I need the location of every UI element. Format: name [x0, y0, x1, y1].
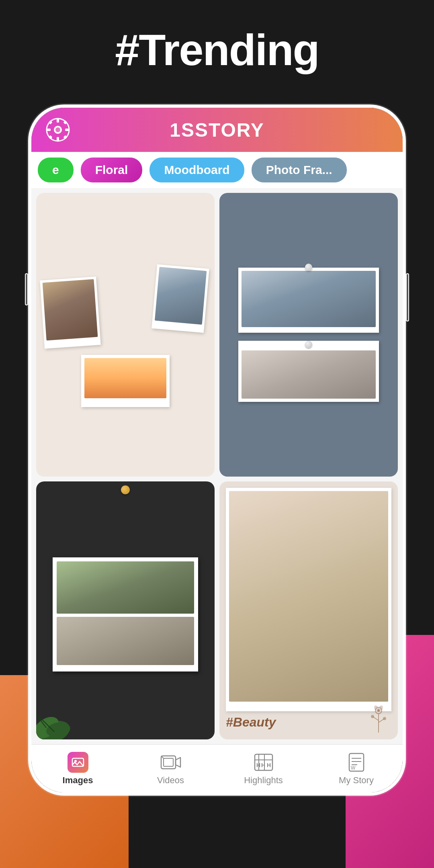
- template-card-2[interactable]: [219, 193, 398, 477]
- svg-rect-28: [164, 758, 173, 766]
- floral-decoration: [362, 698, 395, 736]
- nav-item-mystory[interactable]: W My Story: [310, 752, 403, 786]
- phone-frame: 1SSTORY e Floral Moodboard Photo Fra...: [28, 104, 406, 796]
- settings-icon[interactable]: [46, 118, 70, 142]
- content-grid: #Beauty: [31, 188, 403, 744]
- nav-item-videos[interactable]: Videos: [124, 752, 217, 786]
- nav-item-highlights[interactable]: H H H Highlights: [217, 752, 310, 786]
- images-icon: [72, 756, 84, 769]
- svg-rect-25: [72, 758, 84, 766]
- nav-label-videos: Videos: [157, 775, 184, 786]
- svg-text:H: H: [267, 762, 271, 768]
- phone-button-right: [406, 273, 409, 321]
- template-card-1[interactable]: [36, 193, 215, 477]
- svg-text:W: W: [351, 765, 356, 771]
- category-tabs: e Floral Moodboard Photo Fra...: [31, 152, 403, 188]
- svg-text:H: H: [256, 762, 260, 768]
- mystory-icon: W: [346, 752, 367, 773]
- svg-rect-6: [65, 129, 69, 131]
- trending-title: #Trending: [0, 24, 434, 75]
- nav-active-bg: [68, 752, 88, 773]
- template-card-4[interactable]: #Beauty: [219, 481, 398, 739]
- videos-icon: [160, 752, 181, 773]
- bottom-nav: Images Videos H: [31, 744, 403, 792]
- nav-label-mystory: My Story: [339, 775, 374, 786]
- tab-item-0[interactable]: e: [38, 158, 74, 182]
- svg-rect-4: [57, 137, 59, 141]
- svg-rect-5: [47, 129, 51, 131]
- app-header: 1SSTORY: [31, 108, 403, 152]
- svg-rect-3: [57, 119, 59, 123]
- tab-item-3[interactable]: Photo Fra...: [252, 158, 347, 182]
- leaf-decoration: [36, 700, 78, 739]
- phone-inner: 1SSTORY e Floral Moodboard Photo Fra...: [31, 108, 403, 792]
- nav-label-highlights: Highlights: [244, 775, 283, 786]
- app-title: 1SSTORY: [170, 119, 264, 141]
- svg-point-20: [371, 715, 374, 718]
- nav-label-images: Images: [63, 775, 93, 786]
- svg-point-21: [383, 717, 386, 720]
- nav-item-images[interactable]: Images: [31, 752, 124, 786]
- phone-button-left: [25, 273, 28, 305]
- golden-pin: [121, 485, 130, 494]
- template-card-3[interactable]: [36, 481, 215, 739]
- tab-item-2[interactable]: Moodboard: [149, 158, 244, 182]
- svg-point-24: [377, 709, 380, 712]
- tab-item-1[interactable]: Floral: [81, 158, 143, 182]
- beauty-hashtag-text: #Beauty: [226, 715, 276, 730]
- svg-text:H: H: [261, 762, 265, 768]
- highlights-icon: H H H: [253, 752, 274, 773]
- svg-point-2: [55, 127, 60, 132]
